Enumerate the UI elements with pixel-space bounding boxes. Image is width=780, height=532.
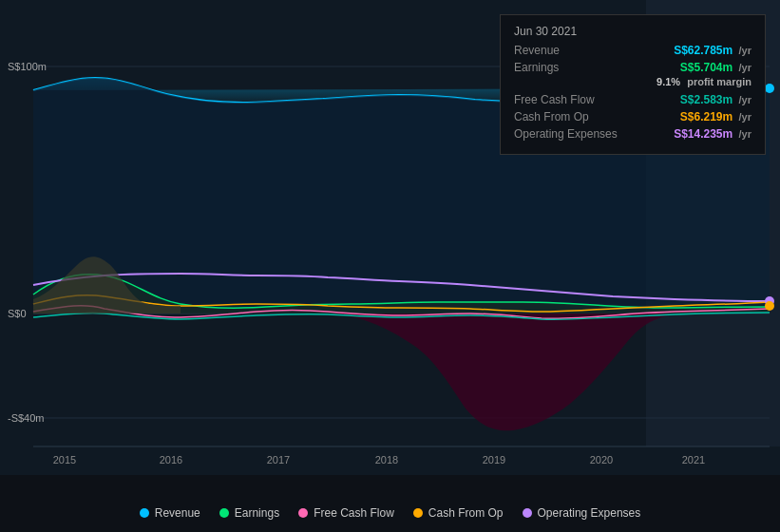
tooltip-label-earnings: Earnings: [514, 61, 628, 74]
tooltip-label-fcf: Free Cash Flow: [514, 93, 628, 106]
tooltip-row-revenue: Revenue S$62.785m /yr: [514, 44, 751, 57]
legend-item-opex[interactable]: Operating Expenses: [523, 506, 641, 520]
tooltip-value-cashop: S$6.219m /yr: [680, 110, 751, 124]
tooltip-profit-margin: 9.1% profit margin: [656, 76, 751, 87]
x-label-2021: 2021: [682, 454, 705, 466]
tooltip-row-fcf: Free Cash Flow S$2.583m /yr: [514, 93, 751, 106]
x-label-2020: 2020: [590, 454, 613, 466]
tooltip-profit-margin-row: 9.1% profit margin: [514, 76, 751, 87]
tooltip-label-cashop: Cash From Op: [514, 110, 628, 124]
legend-dot-earnings: [219, 508, 229, 518]
tooltip-value-opex: S$14.235m /yr: [674, 127, 751, 141]
tooltip-date: Jun 30 2021: [514, 25, 751, 38]
chart-legend: Revenue Earnings Free Cash Flow Cash Fro…: [0, 499, 780, 527]
legend-item-earnings[interactable]: Earnings: [219, 506, 279, 520]
y-label-neg40m: -S$40m: [8, 412, 45, 424]
legend-dot-cashop: [413, 508, 423, 518]
legend-dot-fcf: [298, 508, 308, 518]
svg-point-6: [765, 84, 774, 93]
tooltip-row-opex: Operating Expenses S$14.235m /yr: [514, 127, 751, 141]
x-label-2015: 2015: [53, 454, 76, 466]
legend-label-cashop: Cash From Op: [428, 506, 504, 520]
svg-point-8: [765, 301, 774, 311]
y-label-0: S$0: [8, 308, 27, 319]
tooltip-value-earnings: S$5.704m /yr: [680, 61, 751, 74]
tooltip-value-fcf: S$2.583m /yr: [680, 93, 751, 106]
legend-dot-opex: [523, 508, 532, 518]
y-label-100m: S$100m: [8, 61, 47, 72]
legend-label-opex: Operating Expenses: [538, 506, 641, 520]
tooltip-panel: Jun 30 2021 Revenue S$62.785m /yr Earnin…: [500, 14, 766, 155]
tooltip-label-opex: Operating Expenses: [514, 127, 628, 141]
legend-dot-revenue: [140, 508, 149, 518]
x-label-2019: 2019: [483, 454, 505, 466]
tooltip-row-earnings: Earnings S$5.704m /yr: [514, 61, 751, 74]
x-label-2016: 2016: [160, 454, 182, 466]
legend-item-cashop[interactable]: Cash From Op: [413, 506, 504, 520]
x-label-2018: 2018: [375, 454, 398, 466]
legend-label-fcf: Free Cash Flow: [314, 506, 394, 520]
tooltip-value-revenue: S$62.785m /yr: [674, 44, 751, 57]
legend-label-earnings: Earnings: [235, 506, 279, 520]
tooltip-row-cashop: Cash From Op S$6.219m /yr: [514, 110, 751, 124]
legend-item-revenue[interactable]: Revenue: [140, 506, 200, 520]
legend-item-fcf[interactable]: Free Cash Flow: [298, 506, 394, 520]
tooltip-label-revenue: Revenue: [514, 44, 628, 57]
legend-label-revenue: Revenue: [155, 506, 200, 520]
x-label-2017: 2017: [267, 454, 290, 466]
